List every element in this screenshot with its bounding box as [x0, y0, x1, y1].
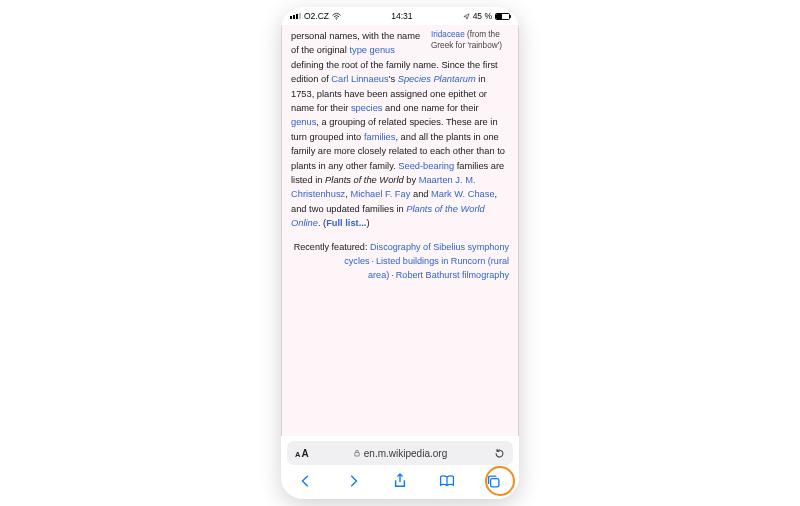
type-genus-link[interactable]: type genus: [349, 45, 395, 55]
infobox-caption: Iridaceae (from the Greek for 'rainbow'): [431, 29, 509, 51]
article-text: personal names, with the name of the ori…: [291, 31, 505, 228]
safari-toolbar: [281, 467, 519, 499]
tabs-icon: [486, 474, 501, 489]
location-arrow-icon: [463, 13, 470, 20]
carl-linnaeus-link[interactable]: Carl Linnaeus: [331, 74, 388, 84]
carrier-label: O2.CZ: [304, 11, 329, 21]
battery-percent-label: 45 %: [473, 11, 492, 21]
battery-icon: [495, 13, 510, 20]
bookmarks-button[interactable]: [432, 468, 462, 494]
url-domain-label: en.m.wikipedia.org: [364, 448, 447, 459]
svg-rect-1: [355, 453, 360, 457]
article-content[interactable]: Iridaceae (from the Greek for 'rainbow')…: [281, 25, 519, 436]
phone-screen: O2.CZ 14:31 45 % Iridaceae (from the Gre…: [281, 7, 519, 499]
plants-of-the-world-title: Plants of the World: [325, 175, 404, 185]
reader-format-button[interactable]: AA: [295, 448, 309, 459]
status-bar: O2.CZ 14:31 45 %: [281, 7, 519, 25]
clock-label: 14:31: [391, 11, 412, 21]
svg-point-0: [336, 18, 337, 19]
signal-bars-icon: [290, 13, 301, 19]
reload-icon[interactable]: [494, 448, 505, 459]
book-icon: [439, 474, 455, 488]
seed-bearing-link[interactable]: Seed-bearing: [398, 161, 454, 171]
address-bar-area: AA en.m.wikipedia.org: [281, 436, 519, 467]
fay-link[interactable]: Michael F. Fay: [350, 189, 410, 199]
address-bar[interactable]: AA en.m.wikipedia.org: [287, 441, 513, 465]
svg-rect-2: [491, 478, 499, 486]
recently-featured-block: Recently featured: Discography of Sibeli…: [291, 240, 509, 282]
lock-icon: [353, 449, 361, 457]
species-plantarum-link[interactable]: Species Plantarum: [398, 74, 476, 84]
forward-button[interactable]: [338, 468, 368, 494]
chase-link[interactable]: Mark W. Chase: [431, 189, 495, 199]
share-icon: [393, 473, 407, 489]
genus-link[interactable]: genus: [291, 117, 316, 127]
chevron-left-icon: [299, 474, 313, 488]
families-link[interactable]: families: [364, 132, 396, 142]
chevron-right-icon: [346, 474, 360, 488]
recently-featured-label: Recently featured:: [294, 242, 370, 252]
recent-link-3[interactable]: Robert Bathurst filmography: [396, 270, 509, 280]
tabs-button[interactable]: [479, 468, 509, 494]
wifi-icon: [332, 12, 341, 21]
share-button[interactable]: [385, 468, 415, 494]
full-list-link[interactable]: Full list...: [326, 218, 366, 228]
species-link[interactable]: species: [351, 103, 383, 113]
iridaceae-link[interactable]: Iridaceae: [431, 30, 465, 39]
back-button[interactable]: [291, 468, 321, 494]
